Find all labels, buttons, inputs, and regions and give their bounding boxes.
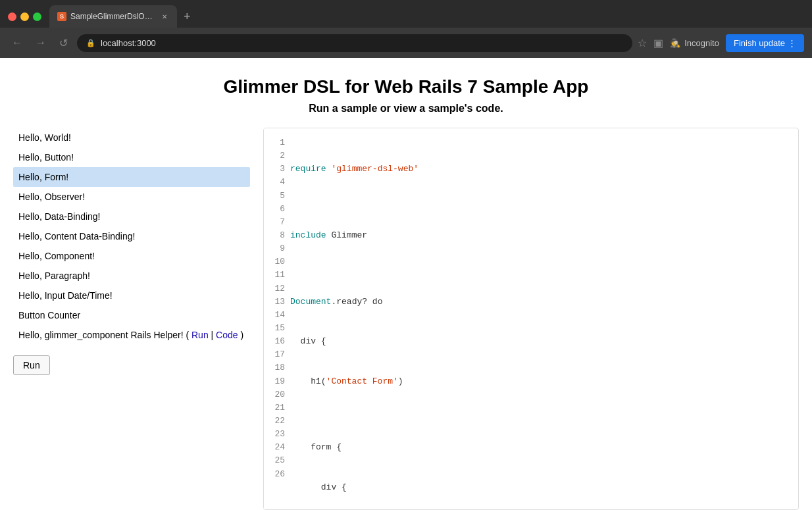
bookmark-icon[interactable]: ☆ — [638, 37, 647, 49]
line-num-3: 3 — [274, 163, 285, 176]
line-num-1: 1 — [274, 136, 285, 149]
line-num-11: 11 — [274, 268, 285, 282]
refresh-button[interactable]: ↺ — [55, 34, 72, 52]
finish-update-label: Finish update — [734, 38, 785, 48]
page-subtitle: Run a sample or view a sample's code. — [13, 103, 799, 115]
finish-update-button[interactable]: Finish update ⋮ — [726, 34, 804, 52]
tab-title: SampleGlimmerDslOpalRails7 — [70, 12, 156, 21]
page-content: Glimmer DSL for Web Rails 7 Sample App R… — [0, 58, 812, 510]
sidebar-item-hello-input-datetime[interactable]: Hello, Input Date/Time! — [13, 286, 250, 305]
line-num-26: 26 — [274, 468, 285, 481]
active-tab[interactable]: S SampleGlimmerDslOpalRails7 ✕ — [49, 5, 177, 28]
code-line-1: require 'glimmer-dsl-web' — [290, 163, 790, 176]
sidebar-item-hello-world[interactable]: Hello, World! — [13, 128, 250, 147]
line-num-2: 2 — [274, 149, 285, 163]
code-line-7: h1('Contact Form') — [290, 375, 790, 388]
line-numbers: 1 2 3 4 5 6 7 8 9 10 11 12 13 14 15 16 1 — [264, 128, 290, 509]
run-button[interactable]: Run — [13, 355, 50, 375]
lock-icon: 🔒 — [86, 39, 95, 47]
code-line-3: include Glimmer — [290, 229, 790, 242]
address-bar[interactable]: 🔒 localhost:3000 — [77, 34, 632, 52]
line-num-15: 15 — [274, 322, 285, 335]
forward-button[interactable]: → — [32, 34, 50, 51]
tab-favicon: S — [57, 12, 66, 21]
close-window-button[interactable] — [8, 13, 16, 21]
line-num-23: 23 — [274, 428, 285, 441]
nav-bar: ← → ↺ 🔒 localhost:3000 ☆ ▣ 🕵 Incognito F… — [0, 28, 812, 58]
code-lines: require 'glimmer-dsl-web' include Glimme… — [290, 128, 798, 509]
line-num-7: 7 — [274, 216, 285, 229]
line-num-19: 19 — [274, 375, 285, 388]
sidebar-item-hello-observer[interactable]: Hello, Observer! — [13, 187, 250, 207]
line-num-24: 24 — [274, 441, 285, 454]
content-area: Hello, World! Hello, Button! Hello, Form… — [0, 121, 812, 510]
sidebar-item-hello-data-binding[interactable]: Hello, Data-Binding! — [13, 207, 250, 226]
new-tab-button[interactable]: + — [180, 10, 195, 24]
minimize-window-button[interactable] — [20, 13, 29, 21]
line-num-4: 4 — [274, 176, 285, 189]
finish-update-menu-icon: ⋮ — [788, 38, 796, 48]
line-num-20: 20 — [274, 388, 285, 401]
incognito-button[interactable]: 🕵 Incognito — [670, 38, 719, 48]
code-content: 1 2 3 4 5 6 7 8 9 10 11 12 13 14 15 16 1 — [264, 128, 798, 509]
incognito-icon: 🕵 — [670, 38, 680, 48]
sidebar-item-hello-glimmer-component: Hello, glimmer_component Rails Helper! (… — [13, 325, 250, 345]
code-line-10: div { — [290, 481, 790, 494]
nav-actions: ☆ ▣ 🕵 Incognito Finish update ⋮ — [638, 34, 804, 52]
url-display: localhost:3000 — [101, 38, 156, 48]
sidebar-item-hello-button[interactable]: Hello, Button! — [13, 147, 250, 167]
line-num-8: 8 — [274, 229, 285, 242]
line-num-21: 21 — [274, 401, 285, 415]
line-num-13: 13 — [274, 295, 285, 309]
line-num-17: 17 — [274, 348, 285, 361]
line-num-10: 10 — [274, 255, 285, 268]
code-line-5: Document.ready? do — [290, 295, 790, 309]
maximize-window-button[interactable] — [33, 13, 41, 21]
incognito-label: Incognito — [684, 38, 719, 48]
sidebar-item-button-counter[interactable]: Button Counter — [13, 305, 250, 325]
line-num-16: 16 — [274, 335, 285, 348]
sidebar-item-hello-paragraph[interactable]: Hello, Paragraph! — [13, 266, 250, 286]
browser-window: S SampleGlimmerDslOpalRails7 ✕ + ← → ↺ 🔒… — [0, 0, 812, 58]
line-num-25: 25 — [274, 454, 285, 467]
code-link[interactable]: Code — [216, 330, 238, 340]
glimmer-component-label: Hello, glimmer_component Rails Helper! ( — [18, 330, 191, 340]
tab-close-button[interactable]: ✕ — [160, 12, 169, 21]
line-num-6: 6 — [274, 203, 285, 216]
tab-bar: S SampleGlimmerDslOpalRails7 ✕ + — [0, 0, 812, 28]
line-num-12: 12 — [274, 282, 285, 295]
line-num-5: 5 — [274, 190, 285, 203]
run-link[interactable]: Run — [191, 330, 209, 340]
traffic-lights — [8, 13, 41, 21]
page-header: Glimmer DSL for Web Rails 7 Sample App R… — [0, 58, 812, 121]
code-panel: 1 2 3 4 5 6 7 8 9 10 11 12 13 14 15 16 1 — [263, 128, 799, 510]
line-num-9: 9 — [274, 242, 285, 255]
code-line-6: div { — [290, 335, 790, 348]
line-num-14: 14 — [274, 309, 285, 322]
sidebar-item-hello-content-data-binding[interactable]: Hello, Content Data-Binding! — [13, 226, 250, 246]
sidebar-toggle-icon[interactable]: ▣ — [653, 37, 663, 49]
back-button[interactable]: ← — [8, 34, 26, 51]
code-line-9: form { — [290, 441, 790, 454]
line-num-22: 22 — [274, 415, 285, 428]
line-num-18: 18 — [274, 361, 285, 374]
sidebar-item-hello-form[interactable]: Hello, Form! — [13, 167, 250, 187]
page-title: Glimmer DSL for Web Rails 7 Sample App — [13, 76, 799, 97]
sidebar: Hello, World! Hello, Button! Hello, Form… — [13, 128, 263, 510]
sidebar-item-hello-component[interactable]: Hello, Component! — [13, 246, 250, 266]
